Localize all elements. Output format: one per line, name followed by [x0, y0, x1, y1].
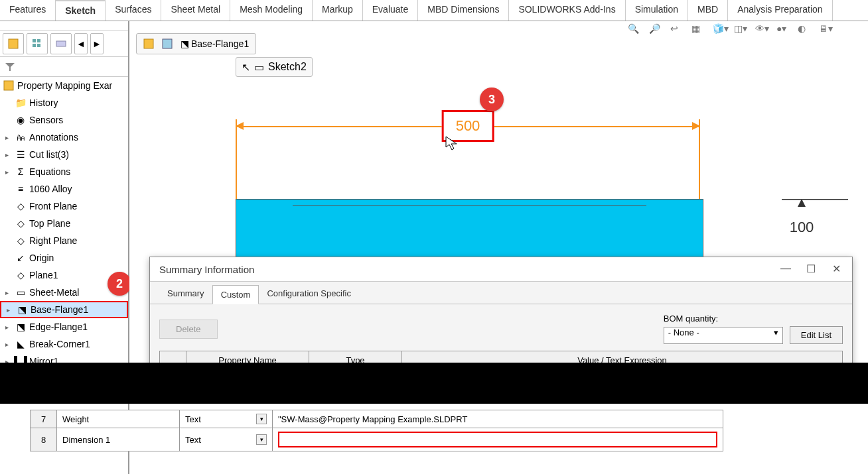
properties-table-lower: 7 Weight Text▾ "SW-Mass@Property Mapping… [30, 410, 723, 451]
tab-addins[interactable]: SOLIDWORKS Add-Ins [509, 0, 625, 21]
panel-nav-right-icon[interactable]: ► [90, 33, 104, 54]
tree-item-origin[interactable]: ↙Origin [0, 249, 128, 267]
panel-toolbar: ◄ ► [0, 30, 128, 57]
tree-item-front-plane[interactable]: ◇Front Plane [0, 198, 128, 215]
svg-rect-1 [33, 39, 36, 42]
cutlist-icon: ☰ [15, 148, 27, 160]
dimension-vertical[interactable]: 100 [782, 199, 822, 248]
summary-information-dialog: Summary Information — ☐ ✕ Summary Custom… [149, 257, 853, 380]
tab-sheet-metal[interactable]: Sheet Metal [161, 0, 230, 21]
breadcrumb[interactable]: ⬔Base-Flange1 [136, 33, 256, 54]
row-number: 7 [31, 410, 57, 428]
tree-item-cutlist[interactable]: ▸☰Cut list(3) [0, 146, 128, 163]
section-view-icon[interactable]: ▦ [691, 23, 707, 39]
property-name-cell[interactable]: Dimension 1 [57, 428, 180, 451]
edit-list-button[interactable]: Edit List [790, 326, 843, 344]
property-name-cell[interactable]: Weight [57, 410, 180, 428]
tree-item-equations[interactable]: ▸ΣEquations [0, 163, 128, 180]
property-manager-tab-icon[interactable] [27, 33, 48, 54]
breadcrumb-feature[interactable]: ⬔Base-Flange1 [178, 37, 252, 50]
model-edge [293, 205, 646, 206]
torn-edge-decoration [0, 363, 868, 404]
chevron-down-icon[interactable]: ▾ [256, 414, 267, 424]
minimize-button[interactable]: — [779, 263, 792, 276]
scene-icon[interactable]: ◐ [798, 23, 814, 39]
chevron-down-icon[interactable]: ▾ [256, 434, 267, 445]
zoom-area-icon[interactable]: 🔎 [649, 23, 665, 39]
table-row[interactable]: 7 Weight Text▾ "SW-Mass@Property Mapping… [31, 410, 723, 428]
tab-mesh-modeling[interactable]: Mesh Modeling [230, 0, 313, 21]
tab-surfaces[interactable]: Surfaces [106, 0, 161, 21]
tree-item-annotations[interactable]: ▸🗛Annotations [0, 129, 128, 146]
tree-root[interactable]: Property Mapping Exar [0, 77, 128, 94]
callout-2: 2 [108, 272, 131, 296]
tree-item-history[interactable]: 📁History [0, 94, 128, 111]
tab-simulation[interactable]: Simulation [626, 0, 688, 21]
view-orientation-icon[interactable]: 🧊▾ [713, 23, 729, 39]
model-face[interactable] [236, 199, 703, 257]
tab-evaluate[interactable]: Evaluate [363, 0, 418, 21]
breadcrumb-sketch[interactable]: ↖ ▭ Sketch2 [236, 57, 313, 77]
svg-rect-2 [37, 39, 40, 42]
previous-view-icon[interactable]: ↩ [670, 23, 686, 39]
delete-button[interactable]: Delete [159, 320, 218, 339]
dialog-title: Summary Information [159, 264, 254, 275]
dialog-titlebar[interactable]: Summary Information — ☐ ✕ [150, 257, 852, 282]
maximize-button[interactable]: ☐ [804, 263, 818, 276]
panel-nav-left-icon[interactable]: ◄ [74, 33, 88, 54]
flange-icon: ⬔ [181, 38, 189, 49]
tree-item-material[interactable]: ≡1060 Alloy [0, 180, 128, 198]
value-input-highlighted[interactable] [278, 432, 717, 447]
tree-item-base-flange1[interactable]: ▸⬔Base-Flange1 [0, 301, 128, 318]
tab-mbd-dimensions[interactable]: MBD Dimensions [418, 0, 509, 21]
filter-row[interactable] [0, 57, 128, 77]
property-type-cell[interactable]: Text▾ [180, 410, 273, 428]
hide-show-icon[interactable]: 👁▾ [755, 23, 771, 39]
bom-quantity-select[interactable]: - None -▾ [664, 327, 783, 344]
table-row[interactable]: 8 Dimension 1 Text▾ [31, 428, 723, 451]
tree-item-top-plane[interactable]: ◇Top Plane [0, 215, 128, 232]
property-value-cell[interactable] [273, 428, 723, 451]
view-settings-icon[interactable]: 🖥▾ [819, 23, 835, 39]
feature-tree-tab-icon[interactable] [3, 33, 24, 54]
tree-item-right-plane[interactable]: ◇Right Plane [0, 232, 128, 249]
flange-icon: ⬔ [16, 304, 28, 316]
sensor-icon: ◉ [15, 114, 27, 126]
annotation-icon: 🗛 [15, 131, 27, 143]
tab-summary[interactable]: Summary [159, 284, 212, 304]
cursor-pick-icon: ↖ [242, 61, 250, 74]
property-type-cell[interactable]: Text▾ [180, 428, 273, 451]
chevron-down-icon: ▾ [774, 327, 778, 337]
tab-sketch[interactable]: Sketch [56, 0, 106, 21]
tab-markup[interactable]: Markup [313, 0, 363, 21]
tree-item-sensors[interactable]: ◉Sensors [0, 111, 128, 129]
tab-custom[interactable]: Custom [212, 285, 259, 304]
graphics-viewport[interactable]: 🔍 🔎 ↩ ▦ 🧊▾ ◫▾ 👁▾ ●▾ ◐ 🖥▾ ⬔Base-Flange1 ↖… [129, 21, 868, 474]
property-value-cell[interactable]: "SW-Mass@Property Mapping Example.SLDPRT [273, 410, 723, 428]
config-manager-tab-icon[interactable] [50, 33, 72, 54]
tab-analysis-prep[interactable]: Analysis Preparation [728, 0, 832, 21]
svg-rect-3 [33, 44, 36, 47]
breadcrumb-body-icon[interactable] [159, 37, 175, 50]
tree-root-label: Property Mapping Exar [17, 80, 112, 91]
tree-item-edge-flange1[interactable]: ▸⬔Edge-Flange1 [0, 318, 128, 335]
tab-features[interactable]: Features [0, 0, 56, 21]
plane-icon: ◇ [15, 217, 27, 229]
zoom-fit-icon[interactable]: 🔍 [628, 23, 644, 39]
display-style-icon[interactable]: ◫▾ [734, 23, 750, 39]
svg-rect-0 [9, 39, 18, 48]
tab-mbd[interactable]: MBD [688, 0, 728, 21]
tree-item-break-corner1[interactable]: ▸◣Break-Corner1 [0, 335, 128, 353]
dimension-horizontal[interactable]: 500 [236, 119, 700, 133]
dimension-value-100: 100 [782, 219, 822, 236]
equation-icon: Σ [15, 166, 27, 178]
breadcrumb-part-icon[interactable] [141, 37, 157, 50]
material-icon: ≡ [15, 183, 27, 195]
appearance-icon[interactable]: ●▾ [776, 23, 792, 39]
tab-config-specific[interactable]: Configuration Specific [259, 284, 358, 304]
folder-icon: 📁 [15, 97, 27, 109]
svg-rect-6 [4, 81, 13, 90]
close-button[interactable]: ✕ [830, 263, 843, 276]
dimension-value-500[interactable]: 500 [442, 110, 494, 142]
feature-manager-panel: ◄ ► Property Mapping Exar 📁History ◉Sens… [0, 21, 129, 474]
